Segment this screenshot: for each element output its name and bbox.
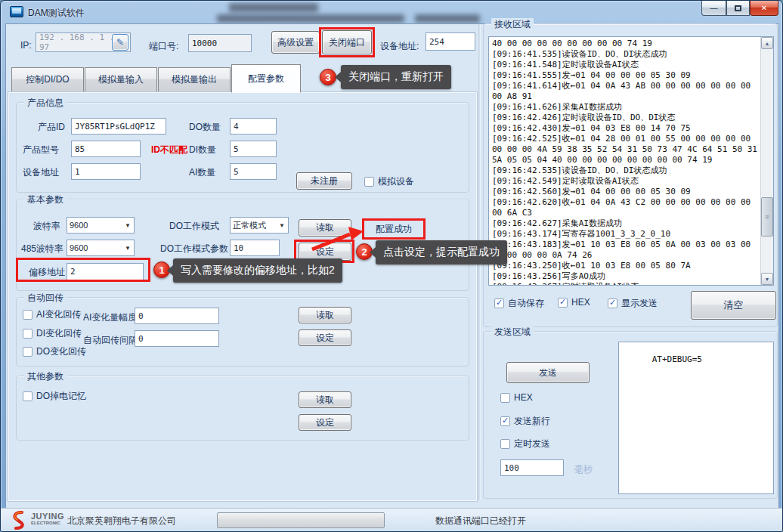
send-group: 发送区域 AT+DEBUG=5 发送 HEX ✓ 发送新行 定时发送 100 毫…: [483, 331, 778, 499]
edit-ip-button[interactable]: ✎: [112, 34, 128, 51]
logo-wordmark: JUYING ELECTRONIC: [31, 512, 64, 526]
scroll-down-button[interactable]: ▼: [761, 273, 773, 285]
di-count-label: DI数量: [189, 144, 216, 156]
tab-control-dido[interactable]: 控制DI/DO: [11, 67, 84, 92]
do-mode-select[interactable]: 正常模式 ▼: [230, 217, 289, 234]
autosave-label: 自动保存: [508, 297, 544, 310]
send-hex-checkbox[interactable]: HEX: [500, 392, 533, 403]
checkbox-unchecked[interactable]: [23, 347, 32, 357]
scroll-up-button[interactable]: ▲: [761, 37, 773, 49]
ai-amplitude-label: AI变化量幅度: [83, 311, 137, 324]
unregistered-button[interactable]: 未注册: [296, 172, 352, 190]
baud-select[interactable]: 9600 ▼: [67, 217, 135, 234]
auto-report-group: 自动回传 AI变化回传 DI变化回传 DO变化回传 AI变化量幅度 0 自动回传…: [16, 297, 469, 367]
report-interval-input[interactable]: 0: [135, 330, 219, 347]
send-title: 发送区域: [491, 326, 534, 339]
do-change-checkbox[interactable]: DO变化回传: [23, 345, 86, 358]
chevron-down-icon: ▼: [125, 245, 132, 252]
product-id-label: 产品ID: [38, 121, 65, 134]
timed-send-checkbox[interactable]: 定时发送: [500, 438, 550, 450]
model-label: 产品型号: [23, 144, 59, 156]
grip-icon: ≡: [765, 213, 769, 221]
title-bar[interactable]: DAM测试软件 — ✕: [1, 1, 782, 23]
send-newline-checkbox[interactable]: ✓ 发送新行: [500, 415, 550, 428]
autosave-checkbox[interactable]: ✓ 自动保存: [494, 297, 544, 310]
checkbox-unchecked[interactable]: [23, 391, 32, 401]
receive-log[interactable]: 40 00 00 00 00 00 00 00 00 74 19 [09:16:…: [488, 36, 774, 286]
do-mode-param-value: 10: [234, 243, 243, 253]
advanced-settings-button[interactable]: 高级设置: [271, 31, 320, 54]
do-memory-checkbox[interactable]: DO掉电记忆: [23, 390, 86, 403]
do-mode-param-label: DO工作模式参数: [160, 243, 228, 255]
device-address-label: 设备地址:: [380, 40, 419, 53]
pencil-icon: ✎: [116, 37, 124, 48]
ai-amplitude-input[interactable]: 0: [135, 308, 219, 324]
di-count-input[interactable]: 5: [230, 141, 277, 157]
other-read-button[interactable]: 读取: [299, 391, 351, 408]
background-bleed: [217, 14, 404, 23]
offset-input[interactable]: 2: [67, 263, 144, 280]
maximize-button[interactable]: [726, 1, 750, 16]
tab-analog-output[interactable]: 模拟量输出: [158, 67, 231, 92]
show-send-checkbox[interactable]: ✓ 显示发送: [608, 297, 658, 310]
offset-value: 2: [70, 267, 76, 277]
simulate-device-checkbox[interactable]: 模拟设备: [364, 175, 414, 188]
di-change-label: DI变化回传: [36, 327, 82, 340]
receive-group: 接收区域 40 00 00 00 00 00 00 00 00 74 19 [0…: [483, 23, 778, 327]
checkbox-checked[interactable]: ✓: [558, 298, 568, 308]
send-interval-input[interactable]: 100: [500, 459, 564, 476]
baud485-select[interactable]: 9600 ▼: [67, 240, 135, 256]
di-change-checkbox[interactable]: DI变化回传: [23, 327, 82, 340]
ai-count-input[interactable]: 5: [230, 163, 277, 180]
send-textarea[interactable]: AT+DEBUG=5: [618, 342, 774, 494]
auto-report-read-button[interactable]: 读取: [299, 307, 351, 323]
do-mode-param-input[interactable]: 10: [230, 240, 280, 256]
receive-scrollbar[interactable]: ▲ ≡ ▼: [760, 37, 773, 285]
tab-analog-input[interactable]: 模拟量输入: [85, 67, 157, 92]
offset-label: 偏移地址: [29, 266, 65, 279]
device-address-input[interactable]: 254: [426, 32, 475, 51]
checkbox-checked[interactable]: ✓: [494, 298, 504, 308]
other-params-group: 其他参数 DO掉电记忆 读取 设定: [16, 376, 469, 441]
model-input[interactable]: 85: [71, 141, 141, 157]
scrollbar-thumb[interactable]: ≡: [761, 197, 773, 237]
checkbox-unchecked[interactable]: [500, 439, 510, 449]
checkbox-unchecked[interactable]: [364, 177, 374, 187]
device-address-value: 254: [429, 37, 444, 47]
tab-config-params[interactable]: 配置参数: [231, 64, 301, 93]
ai-change-checkbox[interactable]: AI变化回传: [23, 308, 81, 321]
baud-value: 9600: [70, 221, 88, 230]
device-address2-input[interactable]: 1: [71, 163, 141, 180]
baud485-label: 485波特率: [21, 243, 63, 255]
close-button[interactable]: ✕: [750, 1, 778, 16]
send-hex-label: HEX: [514, 392, 533, 403]
checkbox-unchecked[interactable]: [23, 310, 32, 320]
send-button[interactable]: 发送: [506, 362, 590, 383]
port-label: 端口号:: [149, 40, 178, 53]
checkbox-checked[interactable]: ✓: [500, 416, 510, 426]
simulate-device-label: 模拟设备: [378, 175, 414, 188]
ai-count-value: 5: [234, 167, 239, 177]
checkbox-checked[interactable]: ✓: [608, 298, 617, 308]
port-input[interactable]: 10000: [188, 34, 252, 52]
close-port-button[interactable]: 关闭端口: [322, 30, 372, 54]
other-params-title: 其他参数: [24, 370, 67, 383]
red-arrow: [306, 224, 364, 253]
other-set-button[interactable]: 设定: [299, 414, 351, 431]
minimize-icon: —: [710, 4, 718, 12]
checkbox-unchecked[interactable]: [500, 393, 510, 403]
hex-display-checkbox[interactable]: ✓ HEX: [558, 297, 590, 308]
do-count-input[interactable]: 4: [230, 118, 277, 135]
callout-3-number: 3: [325, 72, 330, 83]
ai-count-label: AI数量: [189, 166, 215, 179]
window-title: DAM测试软件: [28, 7, 85, 20]
di-count-value: 5: [234, 144, 239, 154]
checkbox-unchecked[interactable]: [23, 329, 32, 339]
product-id-input[interactable]: JY85RT1PsGLdQP1Z: [71, 118, 166, 135]
scroll-up-icon: ▲: [765, 41, 770, 46]
send-interval-value: 100: [504, 463, 519, 473]
id-mismatch-warning: ID不匹配: [151, 144, 187, 156]
clear-button[interactable]: 清空: [691, 291, 776, 320]
auto-report-set-button[interactable]: 设定: [299, 329, 351, 346]
minimize-button[interactable]: —: [701, 1, 726, 16]
